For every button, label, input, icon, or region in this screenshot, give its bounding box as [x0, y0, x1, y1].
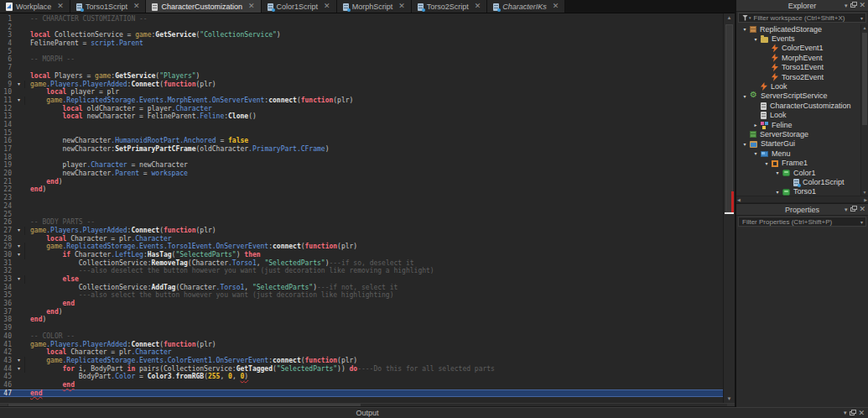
explorer-vertical-scrollbar[interactable]: ▲ ▼	[860, 24, 868, 196]
fold-arrow-icon[interactable]: ▾	[13, 251, 25, 259]
tab-close-icon[interactable]: ✕	[133, 3, 140, 10]
code-line[interactable]: 29▾ game.ReplicatedStorage.Events.Torso1…	[0, 243, 723, 251]
code-line[interactable]: 32 ---also deselect the button however y…	[0, 267, 723, 275]
code-line[interactable]: 40-- COLOR --	[0, 332, 723, 341]
code-line[interactable]: 43▾ game.ReplicatedStorage.Events.ColorE…	[0, 357, 723, 365]
tree-item-Torso1Event[interactable]: Torso1Event	[736, 63, 860, 72]
close-icon[interactable]: ✕	[859, 206, 865, 213]
tab-close-icon[interactable]: ✕	[398, 3, 405, 10]
code-line[interactable]: 28 local Character = plr.Character	[0, 235, 723, 243]
code-line[interactable]: 7	[0, 64, 723, 72]
tab-Workplace[interactable]: Workplace✕	[0, 0, 70, 13]
code-line[interactable]: 15	[0, 129, 723, 138]
float-window-icon[interactable]	[850, 411, 855, 415]
code-line[interactable]: 25	[0, 211, 723, 219]
tree-item-MorphEvent[interactable]: MorphEvent	[736, 53, 860, 62]
tab-MorphScript[interactable]: MorphScript✕	[337, 0, 412, 13]
code-line[interactable]: 10 local player = plr	[0, 88, 723, 97]
filter-caret-icon[interactable]: ▾	[749, 15, 751, 20]
code-line[interactable]: 19 player.Character = newCharacter	[0, 161, 723, 170]
fold-arrow-icon[interactable]: ▾	[13, 97, 25, 105]
scroll-right-icon[interactable]: ▶	[864, 196, 867, 203]
tree-item-Color1Script[interactable]: Color1Script	[736, 177, 860, 186]
code-line[interactable]: 14	[0, 121, 723, 129]
code-line[interactable]: 11▾ game.ReplicatedStorage.Events.MorphE…	[0, 97, 723, 105]
tree-item-ColorEvent1[interactable]: ColorEvent1	[736, 44, 860, 53]
scroll-right-icon[interactable]	[727, 404, 735, 406]
code-line[interactable]: 26-- BODY PARTS --	[0, 218, 723, 227]
code-line[interactable]: 33▾ else	[0, 275, 723, 284]
editor-vertical-scrollbar[interactable]: ▲ ▼	[723, 13, 735, 404]
code-line[interactable]: 31 CollectionService:RemoveTag(Character…	[0, 259, 723, 268]
code-line[interactable]: 3local CollectionService = game:GetServi…	[0, 31, 723, 39]
tab-Torso1Script[interactable]: Torso1Script✕	[70, 0, 147, 13]
expand-arrow-icon[interactable]: ▾	[772, 170, 782, 175]
expand-arrow-icon[interactable]: ▾	[740, 141, 750, 147]
code-line[interactable]: 42 local Character = plr.Character	[0, 348, 723, 357]
code-line[interactable]: 35 ---also select the button however you…	[0, 291, 723, 300]
code-line[interactable]: 16 newCharacter.HumanoidRootPart.Anchore…	[0, 137, 723, 145]
tree-item-Events[interactable]: ▾Events	[736, 34, 860, 43]
close-icon[interactable]: ✕	[859, 2, 865, 9]
chevron-down-icon[interactable]: ▾	[860, 15, 863, 21]
code-editor[interactable]: 1-- CHARACTER CUSTOMIZATION --23local Co…	[0, 13, 723, 404]
code-line[interactable]: 13 local newCharacter = FelineParent.Fel…	[0, 112, 723, 121]
code-line[interactable]: 12 local oldCharacter = player.Character	[0, 105, 723, 113]
expand-arrow-icon[interactable]: ▾	[740, 26, 750, 32]
explorer-vscroll-thumb[interactable]	[862, 33, 867, 125]
tree-item-ReplicatedStorage[interactable]: ▾ReplicatedStorage	[736, 24, 860, 34]
code-line[interactable]: 38end)	[0, 316, 723, 324]
code-line[interactable]: 45 BodyPart.Color = Color3.fromRGB(255, …	[0, 373, 723, 381]
filter-funnel-icon[interactable]	[742, 15, 748, 21]
code-line[interactable]: 18	[0, 154, 723, 162]
code-line[interactable]: 1-- CHARACTER CUSTOMIZATION --	[0, 15, 723, 24]
explorer-horizontal-scrollbar[interactable]: ◀ ▶	[736, 196, 868, 203]
tree-item-Look[interactable]: Look	[736, 111, 860, 120]
tab-CharacterCustomization[interactable]: CharacterCustomization✕	[146, 0, 261, 13]
tree-item-CharacterCustomization[interactable]: CharacterCustomization	[736, 101, 860, 110]
expand-arrow-icon[interactable]: ▾	[751, 36, 761, 42]
tree-item-ServerStorage[interactable]: ServerStorage	[736, 129, 860, 138]
fold-arrow-icon[interactable]: ▾	[13, 365, 25, 374]
editor-vscroll-thumb[interactable]	[725, 24, 733, 212]
code-line[interactable]: 21 end)	[0, 178, 723, 186]
chevron-down-icon[interactable]: ▾	[845, 206, 848, 212]
code-line[interactable]: 41game.Players.PlayerAdded:Connect(funct…	[0, 341, 723, 349]
code-line[interactable]: 22end)	[0, 185, 723, 194]
code-line[interactable]: 5	[0, 48, 723, 56]
editor-hscroll-thumb[interactable]	[8, 404, 361, 406]
expand-arrow-icon[interactable]: ▸	[751, 122, 761, 128]
float-window-icon[interactable]	[850, 3, 855, 8]
tab-Torso2Script[interactable]: Torso2Script✕	[412, 0, 488, 13]
fold-arrow-icon[interactable]: ▾	[13, 227, 25, 235]
code-line[interactable]: 9▾game.Players.PlayerAdded:Connect(funct…	[0, 81, 723, 89]
scroll-left-icon[interactable]	[0, 404, 8, 406]
scroll-up-icon[interactable]: ▲	[861, 24, 868, 32]
fold-arrow-icon[interactable]: ▾	[13, 357, 25, 365]
code-line[interactable]: 2	[0, 24, 723, 32]
scroll-left-icon[interactable]: ◀	[737, 196, 741, 203]
expand-arrow-icon[interactable]: ▾	[772, 189, 782, 195]
tab-close-icon[interactable]: ✕	[248, 3, 255, 10]
code-line[interactable]: 44▾ for i, BodyPart in pairs(CollectionS…	[0, 365, 723, 374]
tab-close-icon[interactable]: ✕	[553, 3, 559, 10]
expand-arrow-icon[interactable]: ▾	[761, 160, 772, 166]
tree-item-Feline[interactable]: ▸Feline	[736, 120, 860, 129]
scroll-up-icon[interactable]: ▲	[724, 13, 735, 23]
code-line[interactable]: 37 end)	[0, 308, 723, 316]
code-line[interactable]: 6-- MORPH --	[0, 55, 723, 64]
fold-arrow-icon[interactable]: ▾	[13, 275, 25, 284]
code-line[interactable]: 47end	[0, 389, 723, 398]
chevron-down-icon[interactable]: ▾	[845, 3, 848, 8]
output-bar[interactable]: Output ▾ ✕	[0, 407, 868, 418]
code-line[interactable]: 24	[0, 202, 723, 211]
expand-arrow-icon[interactable]: ▾	[751, 150, 761, 156]
fold-arrow-icon[interactable]: ▾	[13, 243, 25, 251]
tree-item-Color1[interactable]: ▾Color1	[736, 168, 860, 177]
fold-arrow-icon[interactable]: ▾	[13, 81, 25, 89]
close-icon[interactable]: ✕	[858, 409, 865, 417]
tree-item-Frame1[interactable]: ▾Frame1	[736, 158, 860, 167]
code-line[interactable]: 20 newCharacter.Parent = workspace	[0, 170, 723, 178]
code-line[interactable]: 27▾game.Players.PlayerAdded:Connect(func…	[0, 227, 723, 235]
code-line[interactable]: 36 end	[0, 300, 723, 308]
